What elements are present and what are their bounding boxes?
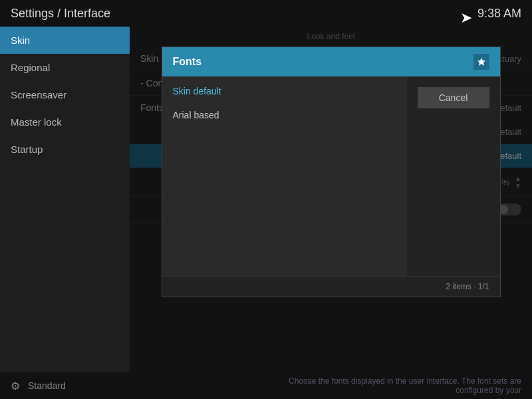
list-item-arial-based[interactable]: Arial based (162, 103, 407, 127)
sidebar-item-regional[interactable]: Regional (0, 54, 130, 81)
dialog-footer: 2 items · 1/1 (162, 276, 500, 297)
kodi-icon (477, 57, 486, 66)
page-title: Settings / Interface (11, 7, 110, 21)
cancel-button[interactable]: Cancel (418, 87, 489, 108)
svg-marker-0 (477, 58, 485, 66)
content-area: Look and feel Skin Estuary - Configure s… (130, 27, 532, 372)
header: Settings / Interface 9:38 AM (0, 0, 532, 27)
dialog-overlay: Fonts Skin default Arial based (130, 27, 532, 372)
footer-label: Standard (28, 380, 66, 391)
main-layout: Skin Regional Screensaver Master lock St… (0, 27, 532, 372)
dialog-list[interactable]: Skin default Arial based (162, 76, 407, 276)
fonts-dialog: Fonts Skin default Arial based (162, 47, 501, 297)
dialog-body: Skin default Arial based Cancel (162, 76, 500, 276)
dialog-header: Fonts (162, 47, 500, 76)
sidebar-item-skin[interactable]: Skin (0, 27, 130, 54)
gear-icon: ⚙ (11, 380, 20, 392)
footer-description: Choose the fonts displayed in the user i… (255, 376, 521, 395)
dialog-title: Fonts (173, 56, 202, 68)
dialog-actions: Cancel (407, 76, 500, 276)
sidebar-item-startup[interactable]: Startup (0, 136, 130, 163)
sidebar-item-screensaver[interactable]: Screensaver (0, 81, 130, 108)
clock: 9:38 AM (477, 7, 521, 21)
sidebar: Skin Regional Screensaver Master lock St… (0, 27, 130, 372)
sidebar-item-master-lock[interactable]: Master lock (0, 108, 130, 136)
dialog-close-button[interactable] (473, 54, 489, 70)
list-item-skin-default[interactable]: Skin default (162, 79, 407, 103)
footer: ⚙ Standard Choose the fonts displayed in… (0, 372, 532, 399)
